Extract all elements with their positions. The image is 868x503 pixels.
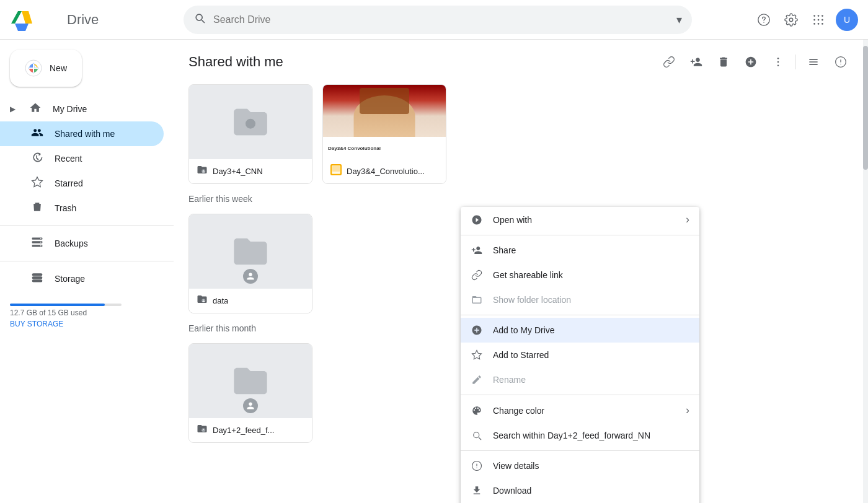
svg-rect-30 (32, 279, 43, 282)
get-link-button[interactable] (657, 50, 681, 74)
search-arrow-icon[interactable]: ▾ (676, 13, 682, 27)
new-button-label: New (50, 63, 67, 73)
search-input[interactable] (213, 14, 669, 25)
menu-item-add-starred[interactable]: Add to Starred (461, 343, 699, 367)
file-info-slides: Day3&4_Convolutio... (323, 159, 446, 183)
sidebar-item-label-shared: Shared with me (55, 129, 115, 139)
svg-point-11 (818, 19, 820, 20)
recent-icon (30, 151, 45, 167)
sidebar-item-shared-with-me[interactable]: Shared with me (0, 121, 164, 146)
star-icon (471, 349, 483, 361)
folder-shared-icon-2 (197, 423, 208, 437)
sidebar-item-label-backups: Backups (55, 238, 88, 248)
menu-divider-3 (461, 395, 699, 395)
sidebar-item-label-starred: Starred (55, 178, 83, 188)
svg-point-7 (813, 15, 815, 17)
rename-icon (471, 374, 483, 386)
svg-point-13 (813, 23, 815, 25)
file-card-day34-cnn[interactable]: Day3+4_CNN (188, 84, 312, 184)
svg-point-12 (822, 19, 823, 20)
plus-icon (25, 59, 42, 77)
file-preview-day12 (189, 344, 312, 418)
add-to-drive-button[interactable] (738, 50, 763, 74)
user-avatar[interactable]: U (836, 9, 858, 31)
settings-button[interactable] (779, 7, 804, 32)
sidebar-item-backups[interactable]: Backups (0, 231, 164, 256)
list-view-button[interactable] (801, 50, 826, 74)
share-icon (471, 244, 483, 256)
trash-icon (30, 201, 45, 216)
expand-icon: ▶ (10, 105, 16, 113)
file-info-day12: Day1+2_feed_f... (189, 418, 312, 442)
info-circle-icon (471, 460, 483, 472)
sidebar-item-storage[interactable]: Storage (0, 266, 164, 291)
topbar: Drive ▾ U (0, 0, 868, 40)
menu-item-download[interactable]: Download (461, 478, 699, 503)
info-button[interactable] (828, 50, 853, 74)
sidebar-item-label-recent: Recent (55, 154, 82, 164)
main-content: Shared with me (174, 40, 868, 503)
file-info-data: data (189, 289, 312, 313)
svg-point-15 (822, 23, 823, 25)
context-menu: Open with › Share Get shareable link (461, 207, 699, 503)
delete-button[interactable] (711, 50, 736, 74)
search-icon (193, 12, 206, 27)
slides-icon (330, 164, 342, 178)
sidebar-item-label-trash: Trash (55, 203, 76, 213)
menu-label-view-details: View details (493, 461, 689, 471)
scrollbar-thumb[interactable] (863, 46, 868, 170)
menu-label-share: Share (493, 245, 689, 255)
menu-item-change-color[interactable]: Change color › (461, 398, 699, 423)
file-card-day12[interactable]: Day1+2_feed_f... (188, 343, 312, 443)
file-preview-data (189, 214, 312, 289)
menu-label-show-folder: Show folder location (493, 295, 689, 305)
search-bar[interactable]: ▾ (184, 6, 692, 34)
svg-marker-2 (15, 24, 29, 31)
logo-area: Drive (10, 7, 184, 32)
svg-point-38 (202, 169, 205, 173)
svg-rect-29 (32, 276, 43, 279)
main-header: Shared with me (174, 40, 868, 79)
storage-area: 12.7 GB of 15 GB used BUY STORAGE (0, 291, 174, 336)
sidebar-item-trash[interactable]: Trash (0, 196, 164, 221)
menu-item-open-with[interactable]: Open with › (461, 207, 699, 232)
svg-point-31 (777, 58, 779, 59)
sidebar-item-starred[interactable]: Starred (0, 171, 164, 196)
apps-button[interactable] (806, 7, 831, 32)
scrollbar-track[interactable] (863, 40, 868, 503)
sidebar-item-my-drive[interactable]: ▶ My Drive (0, 97, 164, 121)
svg-point-27 (40, 245, 42, 247)
storage-usage-text: 12.7 GB of 15 GB used (10, 308, 164, 317)
svg-point-25 (40, 238, 42, 239)
open-with-arrow-icon: › (686, 213, 689, 226)
svg-point-6 (763, 22, 764, 22)
menu-divider-2 (461, 315, 699, 315)
menu-item-rename: Rename (461, 367, 699, 392)
file-card-data[interactable]: data (188, 214, 312, 313)
file-card-day34-conv[interactable]: Day3&4 Convolutional Day3&4_Convolutio..… (322, 84, 446, 184)
menu-label-change-color: Change color (493, 406, 676, 416)
menu-item-get-link[interactable]: Get shareable link (461, 263, 699, 287)
menu-item-add-to-drive[interactable]: Add to My Drive (461, 318, 699, 343)
svg-point-14 (818, 23, 820, 25)
file-name-day12: Day1+2_feed_f... (213, 426, 274, 435)
sidebar-item-recent[interactable]: Recent (0, 146, 164, 171)
svg-marker-1 (22, 11, 32, 24)
svg-point-44 (202, 428, 205, 432)
share-button[interactable] (684, 50, 709, 74)
file-info: Day3+4_CNN (189, 159, 312, 183)
file-preview-slides: Day3&4 Convolutional (323, 85, 446, 159)
shared-icon (30, 126, 45, 142)
menu-item-search-within[interactable]: Search within Day1+2_feed_forward_NN (461, 423, 699, 448)
new-button[interactable]: New (10, 50, 82, 87)
layout: New ▶ My Drive Shared with me Recent (0, 40, 868, 503)
palette-icon (471, 405, 483, 417)
menu-item-view-details[interactable]: View details (461, 453, 699, 478)
menu-item-share[interactable]: Share (461, 238, 699, 263)
menu-label-add-starred: Add to Starred (493, 350, 689, 360)
help-button[interactable] (751, 7, 776, 32)
buy-storage-link[interactable]: BUY STORAGE (10, 320, 164, 328)
more-options-button[interactable] (766, 50, 790, 74)
link-icon (471, 269, 483, 281)
starred-icon (30, 176, 45, 191)
